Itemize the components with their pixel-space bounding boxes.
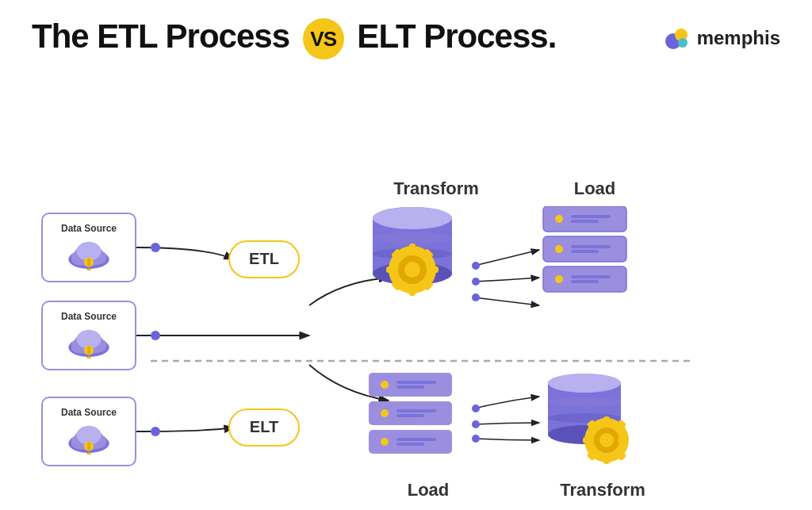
- svg-rect-48: [409, 286, 416, 296]
- cloud-icon-1: [65, 237, 113, 272]
- svg-point-85: [548, 397, 621, 407]
- elt-transform-db-icon: [539, 369, 630, 468]
- elt-label: ELT: [250, 418, 278, 436]
- svg-rect-73: [396, 385, 424, 389]
- label-transform-bottom: Transform: [551, 480, 654, 500]
- elt-transform-db: [539, 369, 630, 471]
- svg-rect-93: [583, 437, 592, 443]
- svg-rect-68: [571, 275, 611, 278]
- svg-rect-81: [396, 443, 424, 446]
- svg-point-90: [599, 433, 614, 447]
- svg-point-43: [373, 207, 452, 229]
- header: The ETL Process VS ELT Process. memphis: [0, 0, 812, 67]
- vs-badge: VS: [303, 18, 344, 59]
- svg-rect-64: [571, 250, 599, 253]
- svg-rect-49: [386, 267, 396, 273]
- svg-rect-80: [396, 438, 436, 441]
- etl-label: ETL: [249, 250, 279, 268]
- svg-rect-69: [571, 280, 599, 283]
- svg-point-11: [472, 405, 480, 412]
- label-transform-top: Transform: [389, 178, 484, 199]
- memphis-logo: memphis: [662, 24, 780, 52]
- svg-rect-63: [571, 245, 611, 248]
- svg-rect-28: [87, 346, 90, 354]
- cloud-icon-3: [65, 421, 113, 456]
- svg-point-67: [555, 275, 563, 283]
- label-load-top: Load: [555, 178, 634, 199]
- svg-point-46: [404, 262, 420, 278]
- data-source-2-label: Data Source: [61, 311, 117, 322]
- svg-point-75: [381, 409, 389, 417]
- elt-load-db-icon: [365, 373, 456, 464]
- svg-point-12: [472, 420, 480, 428]
- elt-box: ELT: [228, 408, 300, 447]
- svg-point-8: [472, 262, 480, 270]
- svg-rect-20: [87, 258, 90, 266]
- etl-load-servers: [539, 206, 630, 313]
- svg-point-6: [151, 331, 160, 340]
- svg-point-9: [472, 278, 480, 286]
- title-prefix: The ETL Process: [32, 17, 298, 55]
- svg-rect-36: [87, 442, 90, 450]
- data-source-3: Data Source: [41, 397, 136, 466]
- etl-transform-db: [365, 202, 460, 309]
- etl-load-servers-icon: [539, 206, 630, 309]
- svg-rect-59: [571, 220, 599, 223]
- page-title: The ETL Process VS ELT Process.: [32, 17, 556, 59]
- svg-rect-50: [429, 267, 439, 273]
- memphis-logo-icon: [662, 24, 691, 52]
- label-load-bottom: Load: [389, 480, 468, 500]
- svg-point-41: [373, 232, 452, 243]
- svg-point-71: [381, 381, 389, 389]
- svg-rect-94: [618, 437, 626, 443]
- cloud-icon-2: [65, 325, 113, 360]
- svg-point-62: [555, 245, 563, 253]
- svg-rect-76: [396, 409, 436, 412]
- svg-point-7: [151, 427, 160, 436]
- svg-point-87: [548, 374, 621, 393]
- memphis-logo-text: memphis: [697, 27, 780, 49]
- etl-transform-db-icon: [365, 202, 460, 305]
- svg-point-57: [555, 215, 563, 223]
- data-source-1-label: Data Source: [61, 223, 117, 234]
- svg-point-13: [472, 435, 480, 443]
- svg-point-79: [381, 438, 389, 446]
- svg-point-10: [472, 293, 480, 301]
- svg-rect-47: [409, 243, 416, 253]
- svg-rect-72: [396, 381, 436, 384]
- title-suffix: ELT Process.: [349, 17, 557, 55]
- data-source-3-label: Data Source: [61, 407, 117, 418]
- svg-rect-91: [603, 416, 610, 425]
- svg-rect-77: [396, 414, 424, 417]
- svg-rect-58: [571, 215, 611, 218]
- svg-point-2: [678, 38, 688, 48]
- data-source-1: Data Source: [41, 213, 136, 282]
- diagram: Data Source Data Source Data Source: [0, 67, 812, 510]
- data-source-2: Data Source: [41, 301, 136, 370]
- svg-rect-92: [603, 455, 610, 464]
- svg-point-5: [151, 243, 160, 252]
- elt-load-db: [365, 373, 456, 467]
- etl-box: ETL: [228, 240, 300, 278]
